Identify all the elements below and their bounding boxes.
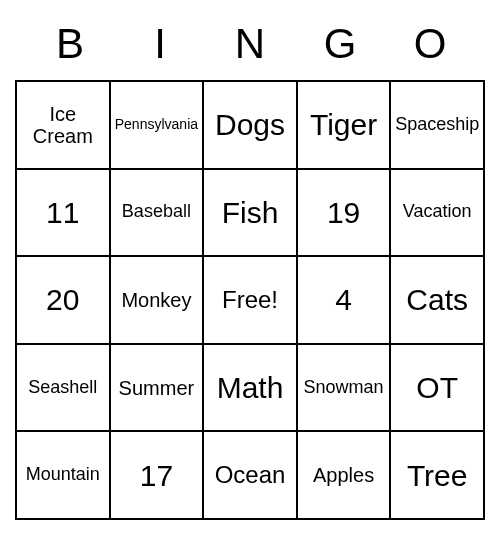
bingo-cell[interactable]: Tiger <box>297 81 391 169</box>
bingo-cell[interactable]: Baseball <box>110 169 204 257</box>
bingo-cell[interactable]: Snowman <box>297 344 391 432</box>
bingo-cell[interactable]: Vacation <box>390 169 484 257</box>
bingo-cell[interactable]: Mountain <box>16 431 110 519</box>
bingo-cell[interactable]: Monkey <box>110 256 204 344</box>
bingo-cell[interactable]: Cats <box>390 256 484 344</box>
bingo-cell[interactable]: Tree <box>390 431 484 519</box>
bingo-cell[interactable]: 17 <box>110 431 204 519</box>
bingo-cell[interactable]: Apples <box>297 431 391 519</box>
header-letter-b: B <box>25 20 115 68</box>
bingo-cell[interactable]: 20 <box>16 256 110 344</box>
bingo-cell[interactable]: OT <box>390 344 484 432</box>
bingo-cell[interactable]: Ice Cream <box>16 81 110 169</box>
header-letter-g: G <box>295 20 385 68</box>
bingo-cell[interactable]: Math <box>203 344 297 432</box>
bingo-cell[interactable]: Ocean <box>203 431 297 519</box>
bingo-cell[interactable]: 4 <box>297 256 391 344</box>
bingo-cell[interactable]: Summer <box>110 344 204 432</box>
header-letter-n: N <box>205 20 295 68</box>
bingo-cell[interactable]: Fish <box>203 169 297 257</box>
header-letter-i: I <box>115 20 205 68</box>
bingo-header: B I N G O <box>15 20 485 68</box>
header-letter-o: O <box>385 20 475 68</box>
bingo-cell-free[interactable]: Free! <box>203 256 297 344</box>
bingo-cell[interactable]: 11 <box>16 169 110 257</box>
bingo-cell[interactable]: Dogs <box>203 81 297 169</box>
bingo-cell[interactable]: Pennsylvania <box>110 81 204 169</box>
bingo-cell[interactable]: 19 <box>297 169 391 257</box>
bingo-cell[interactable]: Seashell <box>16 344 110 432</box>
bingo-cell[interactable]: Spaceship <box>390 81 484 169</box>
bingo-grid: Ice Cream Pennsylvania Dogs Tiger Spaces… <box>15 80 485 520</box>
